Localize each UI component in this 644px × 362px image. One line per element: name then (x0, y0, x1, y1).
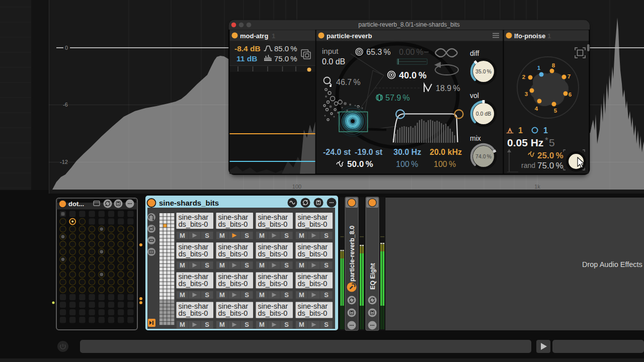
svg-text:S: S (284, 321, 289, 328)
svg-text:S: S (245, 321, 249, 328)
svg-text:M: M (259, 232, 265, 239)
svg-text:-12: -12 (60, 159, 68, 165)
svg-text:75.0 %: 75.0 % (537, 161, 564, 170)
svg-text:-24.0 st: -24.0 st (323, 148, 351, 156)
svg-text:M: M (219, 261, 225, 269)
svg-text:particle-reverb: particle-reverb (327, 32, 372, 40)
svg-text:S: S (205, 261, 209, 269)
svg-text:ds_bits-0: ds_bits-0 (258, 309, 288, 317)
svg-text:ds_bits-0: ds_bits-0 (179, 220, 208, 228)
svg-text:S: S (324, 291, 329, 299)
svg-text:18.9 %: 18.9 % (436, 84, 460, 93)
svg-text:M: M (219, 291, 225, 299)
svg-text:M: M (219, 321, 225, 328)
svg-text:0.00 %: 0.00 % (399, 48, 424, 56)
svg-text:S: S (324, 321, 329, 328)
svg-text:Drop Audio Effects Here: Drop Audio Effects Here (582, 260, 644, 268)
svg-text:S: S (284, 261, 289, 269)
svg-text:-6: -6 (63, 102, 68, 108)
svg-text:8: 8 (552, 62, 555, 68)
svg-text:ds_bits-0: ds_bits-0 (298, 250, 328, 258)
svg-text:M: M (180, 232, 185, 239)
svg-text:25.0 %: 25.0 % (537, 151, 564, 160)
svg-text:S: S (205, 232, 209, 239)
svg-text:*: * (545, 136, 548, 145)
svg-text:S: S (205, 291, 209, 299)
svg-text:lfo-pnoise: lfo-pnoise (514, 32, 545, 40)
svg-text:0.05 Hz: 0.05 Hz (507, 137, 543, 148)
svg-text:vol: vol (470, 92, 479, 100)
svg-text:particle-reverb_8.0: particle-reverb_8.0 (349, 226, 356, 282)
svg-text:dot...: dot... (68, 200, 84, 208)
svg-text:4: 4 (535, 106, 538, 112)
svg-text:S: S (245, 291, 249, 299)
svg-text:mod-atrg: mod-atrg (240, 32, 268, 40)
svg-text:1k: 1k (534, 184, 540, 190)
svg-text:M: M (259, 291, 265, 299)
svg-text:ds_bits-0: ds_bits-0 (298, 280, 328, 288)
svg-text:1: 1 (518, 126, 523, 135)
svg-text:M: M (299, 291, 304, 299)
svg-text:ds_bits-0: ds_bits-0 (258, 250, 288, 258)
svg-text:46.7 %: 46.7 % (336, 78, 361, 86)
svg-text:ds_bits-0: ds_bits-0 (218, 280, 248, 288)
svg-text:1: 1 (547, 32, 551, 40)
svg-text:EQ Eight: EQ Eight (369, 262, 376, 290)
svg-text:S: S (205, 321, 209, 328)
svg-text:ds_bits-0: ds_bits-0 (218, 250, 248, 258)
svg-text:ds_bits-0: ds_bits-0 (218, 220, 248, 228)
svg-text:100 %: 100 % (396, 160, 418, 168)
svg-text:40.0 %: 40.0 % (399, 70, 427, 80)
svg-text:ds_bits-0: ds_bits-0 (298, 309, 328, 317)
svg-text:-19.0 st: -19.0 st (355, 148, 383, 156)
svg-text:35.0 %: 35.0 % (475, 68, 492, 74)
svg-text:0.0 dB: 0.0 dB (476, 111, 491, 117)
svg-text:M: M (299, 232, 304, 239)
svg-text:1: 1 (272, 32, 275, 40)
svg-text:ds_bits-0: ds_bits-0 (179, 280, 208, 288)
svg-text:M: M (299, 321, 304, 328)
svg-text:50.0 %: 50.0 % (347, 159, 373, 169)
svg-text:ds_bits-0: ds_bits-0 (179, 250, 208, 258)
svg-text:S: S (284, 291, 289, 299)
svg-text:ds_bits-0: ds_bits-0 (258, 280, 288, 288)
svg-text:74.0 %: 74.0 % (475, 153, 492, 159)
svg-text:75.0 %: 75.0 % (274, 54, 297, 63)
svg-text:particle-reverb_8.0/1-sine-sha: particle-reverb_8.0/1-sine-shards_bits (358, 21, 459, 28)
svg-text:6: 6 (569, 92, 572, 98)
svg-text:ds_bits-0: ds_bits-0 (258, 220, 288, 228)
svg-text:S: S (324, 261, 329, 269)
svg-text:2: 2 (522, 74, 525, 80)
svg-text:M: M (180, 321, 185, 328)
svg-text:S: S (324, 232, 329, 239)
svg-text:ds_bits-0: ds_bits-0 (298, 220, 328, 228)
svg-text:1: 1 (537, 65, 541, 71)
svg-text:85.0 %: 85.0 % (274, 44, 297, 53)
svg-text:3: 3 (525, 91, 528, 97)
svg-text:input: input (322, 47, 339, 55)
svg-text:20.0 kHz: 20.0 kHz (430, 148, 462, 156)
svg-text:1: 1 (543, 126, 548, 135)
svg-text:-8.4 dB: -8.4 dB (234, 44, 261, 53)
svg-text:mix: mix (470, 134, 481, 142)
svg-text:M: M (180, 291, 185, 299)
svg-text:100 %: 100 % (434, 160, 456, 168)
svg-text:ds_bits-0: ds_bits-0 (218, 309, 248, 317)
svg-text:5: 5 (554, 108, 557, 114)
svg-text:M: M (259, 261, 265, 269)
svg-text:65.3 %: 65.3 % (366, 48, 391, 56)
svg-text:0: 0 (65, 45, 68, 51)
svg-text:M: M (259, 321, 265, 328)
svg-text:M: M (219, 232, 225, 239)
svg-text:diff: diff (470, 49, 479, 57)
svg-text:30.0 Hz: 30.0 Hz (393, 148, 421, 156)
svg-text:0.0 dB: 0.0 dB (322, 57, 345, 66)
svg-text:sine-shards_bits: sine-shards_bits (159, 199, 219, 207)
svg-text:11 dB: 11 dB (236, 54, 257, 63)
svg-text:7: 7 (568, 73, 571, 79)
svg-text:57.9 %: 57.9 % (385, 94, 410, 102)
svg-text:5: 5 (549, 137, 555, 148)
svg-text:ds_bits-0: ds_bits-0 (179, 309, 208, 317)
svg-text:S: S (245, 261, 249, 269)
svg-text:M: M (180, 261, 185, 269)
